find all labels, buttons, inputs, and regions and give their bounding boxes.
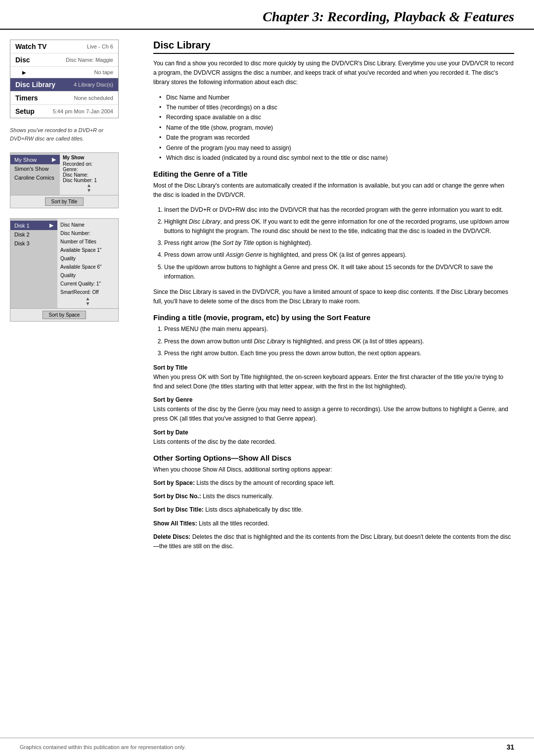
delete-discs-label: Delete Discs: bbox=[153, 533, 190, 540]
right-arrow-icon: ▶ bbox=[22, 70, 26, 75]
page-footer: Graphics contained within this publicati… bbox=[0, 738, 534, 756]
bullet-item-1: The number of titles (recordings) on a d… bbox=[159, 102, 514, 112]
sort-by-space-label: Sort by Space: bbox=[153, 479, 195, 486]
disk1-item[interactable]: Disk 1 ▶ bbox=[10, 221, 57, 230]
menu-item-watch-tv[interactable]: Watch TV Live - Ch 6 bbox=[10, 40, 118, 53]
editing-genre-title: Editing the Genre of a Title bbox=[153, 170, 514, 178]
disc-library-panel: My Show ▶ Simon's Show Caroline Comics M… bbox=[10, 153, 118, 195]
sort-by-space-text: Lists the discs by the amount of recordi… bbox=[195, 479, 335, 486]
bullet-item-3: Name of the title (show, program, movie) bbox=[159, 123, 514, 133]
disk-list: Disk 1 ▶ Disk 2 Disk 3 bbox=[10, 219, 57, 308]
menu-panel: Watch TV Live - Ch 6 Disc Disc Name: Mag… bbox=[10, 40, 119, 118]
sort-by-disc-no-label: Sort by Disc No.: bbox=[153, 493, 201, 500]
show-all-titles-text: Lists all the titles recorded. bbox=[197, 520, 269, 527]
disk-detail-0: Disc Name bbox=[60, 221, 115, 229]
disk-detail-2: Number of Titles bbox=[60, 237, 115, 246]
disc-list: My Show ▶ Simon's Show Caroline Comics bbox=[10, 153, 60, 195]
sort-by-genre-label: Sort by Genre bbox=[153, 396, 514, 403]
sort-btn-area: Sort by Title bbox=[10, 195, 118, 208]
other-sorting-title: Other Sorting Options—Show All Discs bbox=[153, 454, 514, 462]
show-all-titles-para: Show All Titles: Lists all the titles re… bbox=[153, 519, 514, 528]
disc-detail-panel: My Show Recorded on: Genre: Disc Name: D… bbox=[60, 153, 118, 195]
no-tape-value: No tape bbox=[94, 69, 113, 75]
page-number: 31 bbox=[506, 743, 514, 751]
bullet-item-2: Recording space available on a disc bbox=[159, 112, 514, 122]
chapter-title: Chapter 3: Recording, Playback & Feature… bbox=[20, 9, 514, 25]
step-0: Insert the DVD+R or DVD+RW disc into the… bbox=[164, 205, 514, 215]
right-column: Disc Library You can find a show you rec… bbox=[153, 40, 514, 555]
page-header: Chapter 3: Recording, Playback & Feature… bbox=[0, 0, 534, 30]
my-show-item[interactable]: My Show ▶ bbox=[10, 155, 60, 164]
sort-by-title-label: Sort by Title bbox=[153, 364, 514, 371]
menu-item-no-tape[interactable]: ▶ No tape bbox=[10, 67, 118, 78]
bullet-item-5: Genre of the program (you may need to as… bbox=[159, 143, 514, 153]
other-sorting-intro: When you choose Show All Discs, addition… bbox=[153, 465, 514, 474]
menu-item-disc[interactable]: Disc Disc Name: Maggie bbox=[10, 53, 118, 67]
detail-genre: Genre: bbox=[63, 167, 115, 172]
watch-tv-label: Watch TV bbox=[15, 43, 46, 50]
disk-detail: Disc Name Disc Number: Number of Titles … bbox=[57, 219, 118, 308]
caroline-comics-item[interactable]: Caroline Comics bbox=[10, 173, 60, 182]
left-caption: Shows you've recorded to a DVD+R or DVD+… bbox=[10, 126, 119, 142]
genre-footer-text: Since the Disc Library is saved in the D… bbox=[153, 287, 514, 306]
disk3-item[interactable]: Disk 3 bbox=[10, 239, 57, 248]
detail-recorded: Recorded on: bbox=[63, 161, 115, 167]
intro-paragraph: You can find a show you recorded to disc… bbox=[153, 59, 514, 88]
feature-list: Disc Name and Number The number of title… bbox=[159, 93, 514, 163]
show-all-titles-label: Show All Titles: bbox=[153, 520, 197, 527]
disk-scroll-down-icon: ▼ bbox=[60, 301, 115, 306]
disk3-label: Disk 3 bbox=[14, 240, 30, 246]
disk-detail-6: SmartRecord: Off bbox=[60, 288, 115, 296]
timers-value: None scheduled bbox=[74, 95, 113, 101]
finding-title: Finding a title (movie, program, etc) by… bbox=[153, 313, 514, 322]
disk2-item[interactable]: Disk 2 bbox=[10, 230, 57, 239]
disk-panel: Disk 1 ▶ Disk 2 Disk 3 Disc Name Disc Nu… bbox=[10, 219, 118, 308]
disk-sort-btn-area: Sort by Space bbox=[10, 308, 118, 321]
finding-steps: Press MENU (the main menu appears). Pres… bbox=[153, 325, 514, 358]
detail-title: My Show bbox=[63, 155, 115, 160]
sort-by-space-button[interactable]: Sort by Space bbox=[43, 311, 87, 319]
find-step-0: Press MENU (the main menu appears). bbox=[164, 325, 514, 334]
simons-show-label: Simon's Show bbox=[14, 166, 48, 172]
menu-item-disc-library[interactable]: Disc Library 4 Library Disc(s) bbox=[10, 78, 118, 92]
sort-by-date-text: Lists contents of the disc by the date r… bbox=[153, 437, 514, 447]
bullet-item-4: Date the program was recorded bbox=[159, 133, 514, 142]
disk-ui: Disk 1 ▶ Disk 2 Disk 3 Disc Name Disc Nu… bbox=[10, 218, 119, 322]
disk-detail-3: Available Space 1" Quality bbox=[60, 246, 115, 263]
editing-genre-intro: Most of the Disc Library's contents are … bbox=[153, 181, 514, 200]
sort-by-date-label: Sort by Date bbox=[153, 429, 514, 436]
scroll-down-icon: ▼ bbox=[63, 188, 115, 193]
disk1-label: Disk 1 bbox=[14, 223, 30, 229]
find-step-2: Press the right arrow button. Each time … bbox=[164, 349, 514, 358]
menu-item-setup[interactable]: Setup 5:44 pm Mon 7-Jan 2004 bbox=[10, 105, 118, 118]
sort-by-space-para: Sort by Space: Lists the discs by the am… bbox=[153, 478, 514, 488]
detail-disc-name: Disc Name: bbox=[63, 172, 115, 178]
sort-by-title-button[interactable]: Sort by Title bbox=[45, 197, 84, 206]
simons-show-item[interactable]: Simon's Show bbox=[10, 164, 60, 173]
step-2: Press right arrow (the Sort by Title opt… bbox=[164, 238, 514, 248]
disk-detail-4: Available Space 6" Quality bbox=[60, 263, 115, 280]
disc-library-title: Disc Library bbox=[153, 40, 514, 54]
main-content: Watch TV Live - Ch 6 Disc Disc Name: Mag… bbox=[0, 30, 534, 565]
caroline-comics-label: Caroline Comics bbox=[14, 175, 54, 181]
arrow-right-icon2: ▶ bbox=[49, 222, 53, 229]
sort-by-disc-no-text: Lists the discs numerically. bbox=[201, 493, 273, 500]
sort-by-title-text: When you press OK with Sort by Title hig… bbox=[153, 373, 514, 391]
disk-detail-1: Disc Number: bbox=[60, 229, 115, 237]
step-4: Use the up/down arrow buttons to highlig… bbox=[164, 263, 514, 282]
sort-by-disc-title-label: Sort by Disc Title: bbox=[153, 506, 204, 513]
disc-library-label: Disc Library bbox=[15, 81, 55, 89]
bullet-item-0: Disc Name and Number bbox=[159, 93, 514, 102]
disk-detail-5: Current Quality: 1" bbox=[60, 280, 115, 288]
disc-library-ui: My Show ▶ Simon's Show Caroline Comics M… bbox=[10, 152, 119, 208]
timers-label: Timers bbox=[15, 94, 38, 102]
setup-value: 5:44 pm Mon 7-Jan 2004 bbox=[53, 108, 113, 114]
step-1: Highlight Disc Library, and press OK. If… bbox=[164, 217, 514, 236]
step-3: Press down arrow until Assign Genre is h… bbox=[164, 250, 514, 260]
find-step-1: Press the down arrow button until Disc L… bbox=[164, 337, 514, 346]
bullet-item-6: Which disc is loaded (indicated by a rou… bbox=[159, 153, 514, 163]
delete-discs-text: Deletes the disc that is highlighted and… bbox=[153, 533, 511, 550]
setup-label: Setup bbox=[15, 107, 35, 115]
menu-item-timers[interactable]: Timers None scheduled bbox=[10, 92, 118, 105]
arrow-right-icon: ▶ bbox=[52, 156, 56, 163]
